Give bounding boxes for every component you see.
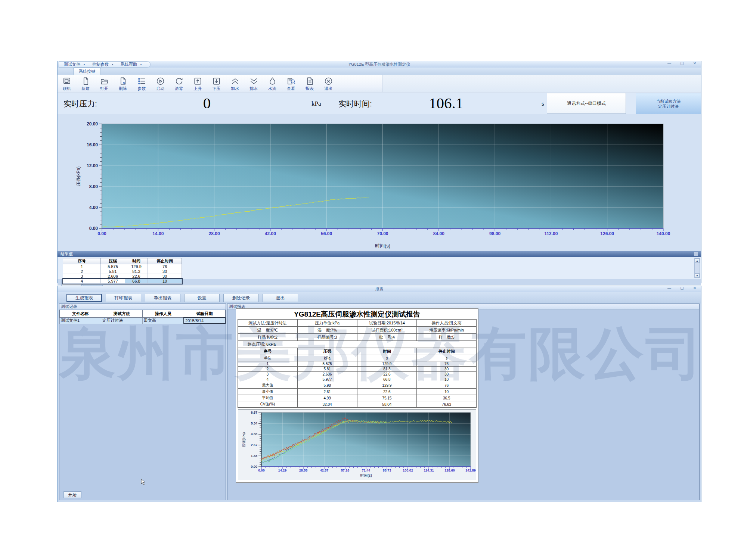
table-row[interactable]: 15.575129.976 [63,264,182,269]
scroll-up-icon[interactable]: ▲ [695,258,700,263]
results-scrollbar[interactable]: ▲ ▼ [694,258,700,278]
toolbar-view-button[interactable]: 查看 [282,75,300,92]
view-icon [286,77,296,86]
records-panel-header: 测试记录 [59,304,226,310]
toolbar-start-button[interactable]: 启动 [151,75,170,92]
report-table-row: CV值(%)32.0458.0476.63 [238,401,477,408]
table-row[interactable]: 45.97766.810 [63,279,182,284]
menu-bar: 测试文件 ▼ 控制参数 ▼ 系统帮助 ▼ [59,61,151,68]
toolbar-report-button[interactable]: 报表 [300,75,319,92]
time-label: 实时时间: [338,99,372,109]
report-table-row: 最小值2.6122.610 [238,389,477,395]
close-button[interactable]: ✕ [691,61,698,65]
main-window-title: YG812E 型高压伺服渗水性测定仪 [58,62,701,67]
svg-text:0.00: 0.00 [258,469,265,472]
report-table-row: 25.8181.330 [238,367,477,372]
svg-text:1.33: 1.33 [251,454,257,458]
ribbon-tab-row: 系统按键 [58,68,701,75]
tab-system-keys[interactable]: 系统按键 [73,68,101,75]
exit-button[interactable]: 退出 [263,294,298,302]
svg-text:100.02: 100.02 [403,469,413,472]
toolbar-drain-water-button[interactable]: 排水 [244,75,263,92]
results-area: 序号压强时间停止时间15.575129.97625.8181.33032.606… [58,257,701,279]
svg-text:14.29: 14.29 [278,469,287,472]
toolbar-exit-button[interactable]: 退出 [319,75,338,92]
toolbar: 联机新建打开删除参数启动清零上升下压加水排水水滴查看报表退出 [58,75,701,93]
menu-test-file[interactable]: 测试文件 ▼ [61,62,89,67]
menu-system-help[interactable]: 系统帮助 ▼ [117,62,146,67]
pressure-time-chart: 0.0014.0028.0042.0056.0070.0084.0098.001… [58,114,698,251]
main-window: 测试文件 ▼ 控制参数 ▼ 系统帮助 ▼ YG812E 型高压伺服渗水性测定仪 … [57,61,701,283]
toolbar-zero-button[interactable]: 清零 [170,75,188,92]
scroll-down-icon[interactable]: ▼ [695,273,700,278]
toolbar-new-button[interactable]: 新建 [76,75,95,92]
svg-text:42.00: 42.00 [265,231,276,236]
report-table-row: 最大值5.98129.976 [238,382,477,389]
svg-text:12.00: 12.00 [87,163,98,168]
report-window-title: 报表 [58,286,701,292]
svg-text:4.00: 4.00 [251,432,257,436]
maximize-button[interactable]: ▢ [679,286,685,290]
main-titlebar: 测试文件 ▼ 控制参数 ▼ 系统帮助 ▼ YG812E 型高压伺服渗水性测定仪 … [58,61,701,68]
settings-button[interactable]: 设置 [184,294,220,302]
chevron-down-icon: ▼ [83,63,86,66]
svg-text:140.00: 140.00 [657,231,670,236]
toolbar-add-water-button[interactable]: 加水 [226,75,244,92]
generate-report-button[interactable]: 生成报表 [66,294,102,302]
svg-text:56.00: 56.00 [321,231,332,236]
minimize-button[interactable]: — [666,286,673,290]
record-row[interactable]: 测试文件1定压计时法田文高2015/8/14 [60,317,226,324]
toolbar-delete-button[interactable]: 删除 [114,75,132,92]
connect-icon [62,77,72,86]
close-button[interactable]: ✕ [691,286,698,290]
svg-text:84.00: 84.00 [433,231,444,236]
maximize-button[interactable]: ▢ [679,61,685,65]
time-value: 106.1 [394,94,498,112]
rise-icon [193,77,202,86]
delete-record-button[interactable]: 删除记录 [223,294,259,302]
water-drop-icon [268,77,277,86]
toolbar-params-button[interactable]: 参数 [132,75,151,92]
toolbar-open-button[interactable]: 打开 [95,75,114,92]
table-row[interactable]: 32.60622.630 [63,274,182,279]
table-header-row: 文件名称测试方法操作人员试验日期 [60,310,226,318]
press-icon [212,77,221,86]
print-report-button[interactable]: 打印报表 [106,294,141,302]
toolbar-rise-button[interactable]: 上升 [188,75,207,92]
drain-water-icon [249,77,258,86]
report-info-table: 测试方法:定压计时法压力单位:kPa试验日期:2015/8/14操作人员:田文高… [238,319,477,348]
svg-text:98.00: 98.00 [489,231,500,236]
params-icon [137,77,146,86]
toolbar-press-button[interactable]: 下压 [207,75,226,92]
svg-text:5.34: 5.34 [251,421,257,425]
svg-text:126.00: 126.00 [600,231,614,236]
pin-icon[interactable] [694,252,698,256]
svg-text:6.67: 6.67 [251,411,257,414]
start-button[interactable]: 开始 [63,491,81,498]
report-table-row: 15.575129.976 [238,361,477,367]
svg-text:14.00: 14.00 [152,231,164,236]
results-panel-header: 结果值 [58,251,701,257]
results-table[interactable]: 序号压强时间停止时间15.575129.97625.8181.33032.606… [63,258,182,284]
svg-text:42.87: 42.87 [320,469,329,472]
menu-control-params[interactable]: 控制参数 ▼ [89,62,117,67]
table-row[interactable]: 25.8181.330 [63,269,182,274]
minimize-button[interactable]: — [666,61,673,65]
pressure-label: 实时压力: [63,99,97,109]
svg-text:20.00: 20.00 [87,121,98,127]
export-report-button[interactable]: 导出报表 [145,294,180,302]
report-window-controls: —▢✕ [666,286,698,290]
toolbar-water-drop-button[interactable]: 水滴 [263,75,282,92]
status-row: 实时压力: 0 kPa 实时时间: 106.1 s 通讯方式--串口模式 当前试… [58,93,701,114]
open-icon [100,77,109,86]
toolbar-connect-button[interactable]: 联机 [58,75,76,92]
report-chart-frame: 0.0014.2928.5842.8757.1671.4485.73100.02… [238,409,476,480]
records-table[interactable]: 文件名称测试方法操作人员试验日期测试文件1定压计时法田文高2015/8/14 [59,310,226,324]
current-method-button[interactable]: 当前试验方法 定压计时法 [636,93,701,114]
report-table-row: 平均值4.9975.1536.5 [238,395,477,401]
time-unit: s [542,100,544,108]
chevron-down-icon: ▼ [140,63,142,66]
comm-mode-button[interactable]: 通讯方式--串口模式 [547,93,626,114]
svg-text:0.00: 0.00 [251,465,257,469]
report-data-table: 序号压强时间停止时间单位kPass15.575129.97625.8181.33… [238,348,477,408]
